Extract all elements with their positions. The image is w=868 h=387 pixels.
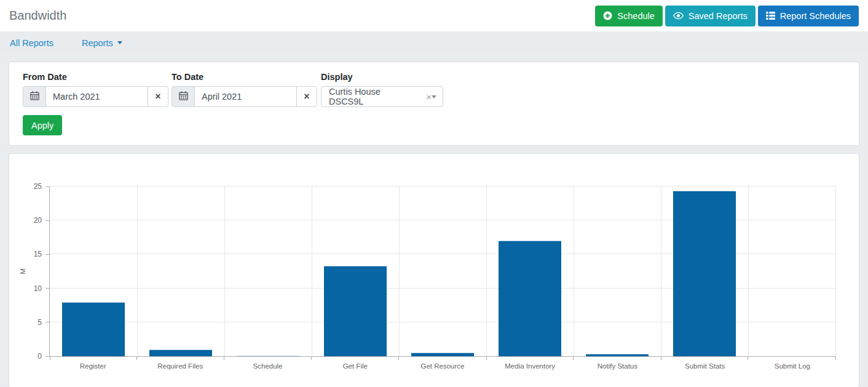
calendar-icon xyxy=(179,91,188,102)
to-date-calendar-button[interactable] xyxy=(172,86,195,107)
gridline xyxy=(137,186,138,356)
caret-down-icon xyxy=(432,95,436,98)
caret-down-icon xyxy=(117,41,122,44)
x-axis-label: Schedule xyxy=(224,362,311,370)
navbar: All Reports Reports xyxy=(0,31,868,54)
chart-bar xyxy=(324,266,387,356)
eye-icon xyxy=(673,12,684,20)
nav-all-reports[interactable]: All Reports xyxy=(10,38,53,48)
chart-bar xyxy=(237,356,299,356)
to-date-clear-button[interactable]: × xyxy=(296,86,317,107)
x-axis-tick xyxy=(486,357,487,360)
x-axis-tick xyxy=(398,357,399,360)
from-date-group: From Date × xyxy=(23,72,168,107)
chart-bar xyxy=(586,354,649,356)
x-axis-tick xyxy=(661,357,661,360)
y-axis-tick xyxy=(45,322,49,322)
plot-area: M 0510152025 xyxy=(49,186,836,357)
saved-reports-button-label: Saved Reports xyxy=(688,11,748,21)
gridline xyxy=(224,186,225,356)
apply-button-label: Apply xyxy=(31,121,53,130)
filter-row: From Date × To Date xyxy=(23,72,845,107)
x-axis-tick xyxy=(224,357,224,360)
chart-bar xyxy=(499,241,561,356)
display-group: Display Curtis House DSCS9L × xyxy=(321,72,443,107)
report-schedules-button[interactable]: Report Schedules xyxy=(758,6,859,26)
calendar-icon xyxy=(30,91,39,102)
display-select[interactable]: Curtis House DSCS9L × xyxy=(321,86,443,107)
x-axis-tick xyxy=(835,357,836,360)
y-axis-label: 0 xyxy=(37,352,42,361)
y-axis-tick xyxy=(45,356,49,357)
gridline xyxy=(486,186,487,356)
from-date-input[interactable] xyxy=(46,86,148,107)
times-icon: × xyxy=(304,91,309,102)
y-axis-label: 10 xyxy=(34,284,42,293)
report-schedules-button-label: Report Schedules xyxy=(780,11,851,21)
x-axis-label: Get Resource xyxy=(399,362,486,370)
y-axis-label: 25 xyxy=(34,182,42,191)
x-axis-label: Notify Status xyxy=(574,362,661,370)
y-axis-tick xyxy=(45,288,49,289)
to-date-label: To Date xyxy=(172,72,317,82)
x-axis-label: Submit Stats xyxy=(661,362,749,370)
from-date-calendar-button[interactable] xyxy=(23,86,46,107)
x-axis-tick xyxy=(136,357,137,360)
chart-panel: M 0510152025 RegisterRequired FilesSched… xyxy=(9,153,859,387)
bar-chart: M 0510152025 RegisterRequired FilesSched… xyxy=(49,186,836,370)
x-axis-tick xyxy=(748,357,748,360)
y-axis-title: M xyxy=(19,268,26,274)
from-date-clear-button[interactable]: × xyxy=(148,86,168,107)
display-label: Display xyxy=(321,72,443,82)
x-axis-tick xyxy=(573,357,574,360)
x-axis-label: Submit Log xyxy=(749,362,836,370)
schedule-button[interactable]: Schedule xyxy=(595,6,662,26)
x-axis-label: Get File xyxy=(312,362,399,370)
chart-bar xyxy=(411,353,474,356)
gridline xyxy=(399,186,400,356)
nav-all-reports-label: All Reports xyxy=(10,38,53,48)
gridline xyxy=(661,186,661,356)
header: Bandwidth Schedule Saved Reports Report … xyxy=(0,0,868,31)
remove-selection-icon[interactable]: × xyxy=(426,92,432,102)
gridline xyxy=(748,186,749,356)
chart-bar xyxy=(149,349,212,356)
saved-reports-button[interactable]: Saved Reports xyxy=(665,6,756,26)
nav-reports-dropdown[interactable]: Reports xyxy=(82,38,122,48)
times-icon: × xyxy=(155,91,160,102)
filter-panel: From Date × To Date xyxy=(9,62,859,146)
y-axis-label: 20 xyxy=(34,216,42,225)
main-content: From Date × To Date xyxy=(0,54,868,387)
plus-circle-icon xyxy=(603,11,612,20)
apply-button[interactable]: Apply xyxy=(23,115,62,135)
y-axis-label: 15 xyxy=(34,250,42,258)
to-date-group: To Date × xyxy=(172,72,317,107)
x-axis-tick xyxy=(311,357,312,360)
header-actions: Schedule Saved Reports Report Schedules xyxy=(595,6,859,26)
from-date-input-group: × xyxy=(23,86,168,107)
th-list-icon xyxy=(766,12,775,20)
y-axis-label: 5 xyxy=(37,318,42,327)
gridline xyxy=(312,186,312,356)
y-axis-tick xyxy=(45,254,49,255)
from-date-label: From Date xyxy=(23,72,168,82)
y-axis-tick xyxy=(45,186,49,187)
x-axis-label: Register xyxy=(49,362,136,370)
x-axis-label: Media Inventory xyxy=(486,362,574,370)
x-axis-label: Required Files xyxy=(136,362,224,370)
gridline xyxy=(574,186,574,356)
display-select-value: Curtis House DSCS9L xyxy=(329,87,417,106)
nav-reports-label: Reports xyxy=(82,38,113,48)
x-axis-labels: RegisterRequired FilesScheduleGet FileGe… xyxy=(49,362,836,370)
page-title: Bandwidth xyxy=(9,9,66,23)
to-date-input[interactable] xyxy=(195,86,296,107)
to-date-input-group: × xyxy=(172,86,317,107)
chart-bar xyxy=(62,302,125,356)
schedule-button-label: Schedule xyxy=(617,11,654,21)
y-axis-tick xyxy=(45,220,49,221)
x-axis-tick xyxy=(50,357,50,360)
chart-bar xyxy=(673,191,736,356)
